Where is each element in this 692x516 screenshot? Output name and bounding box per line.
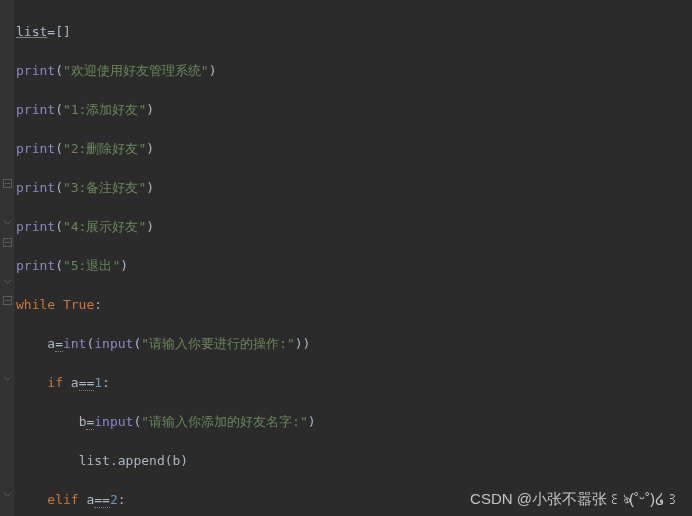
fold-end-icon[interactable] xyxy=(2,373,12,383)
code-token: print xyxy=(16,102,55,117)
code-token: )) xyxy=(295,336,311,351)
code-token: ( xyxy=(55,219,63,234)
code-token: ) xyxy=(146,180,154,195)
code-indent xyxy=(16,492,47,507)
fold-end-icon[interactable] xyxy=(2,489,12,499)
code-indent xyxy=(16,453,79,468)
code-token: ( xyxy=(55,63,63,78)
code-token: : xyxy=(102,375,110,390)
code-token: a xyxy=(47,336,55,351)
code-token: ) xyxy=(146,102,154,117)
code-indent xyxy=(16,336,47,351)
fold-end-icon[interactable] xyxy=(2,276,12,286)
code-indent xyxy=(16,375,47,390)
code-token: ) xyxy=(120,258,128,273)
code-token: elif xyxy=(47,492,86,507)
code-token: : xyxy=(94,297,102,312)
code-token: a xyxy=(71,375,79,390)
code-indent xyxy=(16,414,79,429)
code-token: ( xyxy=(55,141,63,156)
fold-end-icon[interactable] xyxy=(2,217,12,227)
code-token: 1 xyxy=(94,375,102,390)
code-token: == xyxy=(79,375,95,391)
code-token: print xyxy=(16,180,55,195)
code-token: == xyxy=(94,492,110,508)
code-token: list xyxy=(16,24,47,39)
watermark-text: CSDN @小张不嚣张꒰ঌ(˚ᵕ˚)໒꒱ xyxy=(470,489,680,509)
code-token: ) xyxy=(146,219,154,234)
fold-minus-icon[interactable] xyxy=(2,178,12,188)
code-token: "5:退出" xyxy=(63,258,120,273)
code-token: "请输入你添加的好友名字:" xyxy=(141,414,307,429)
code-token: while xyxy=(16,297,63,312)
code-token: = xyxy=(55,336,63,352)
code-token: "1:添加好友" xyxy=(63,102,146,117)
code-token: input xyxy=(94,336,133,351)
code-token: print xyxy=(16,141,55,156)
code-token: "欢迎使用好友管理系统" xyxy=(63,63,209,78)
code-token: list.append(b) xyxy=(79,453,189,468)
code-token: print xyxy=(16,219,55,234)
code-token: ( xyxy=(55,102,63,117)
code-token: "请输入你要进行的操作:" xyxy=(141,336,294,351)
code-token: True xyxy=(63,297,94,312)
editor-gutter xyxy=(0,0,14,516)
fold-minus-icon[interactable] xyxy=(2,295,12,305)
code-token: : xyxy=(118,492,126,507)
code-token: "2:删除好友" xyxy=(63,141,146,156)
code-token: ( xyxy=(55,180,63,195)
code-token: if xyxy=(47,375,70,390)
code-token: =[] xyxy=(47,24,70,39)
code-token: print xyxy=(16,258,55,273)
code-token: "3:备注好友" xyxy=(63,180,146,195)
code-token: int xyxy=(63,336,86,351)
code-token: ( xyxy=(55,258,63,273)
code-token: input xyxy=(94,414,133,429)
code-token: print xyxy=(16,63,55,78)
code-token: "4:展示好友" xyxy=(63,219,146,234)
code-token: ) xyxy=(209,63,217,78)
fold-minus-icon[interactable] xyxy=(2,237,12,247)
code-token: ) xyxy=(308,414,316,429)
code-editor[interactable]: list=[] print("欢迎使用好友管理系统") print("1:添加好… xyxy=(16,2,365,516)
code-token: 2 xyxy=(110,492,118,507)
code-token: ) xyxy=(146,141,154,156)
